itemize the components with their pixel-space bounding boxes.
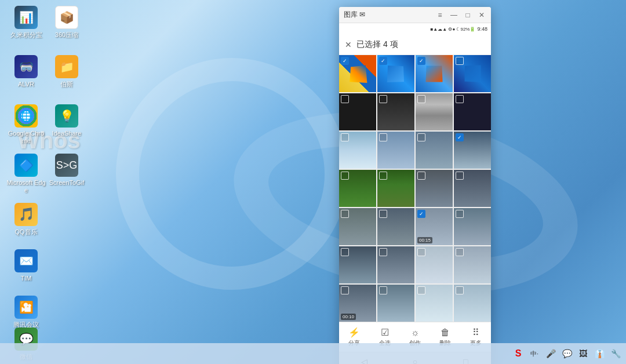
photo-cell[interactable]	[339, 93, 376, 130]
photo-cell[interactable]	[339, 246, 376, 283]
photo-checkbox[interactable]	[379, 133, 387, 141]
share-icon: ⚡	[348, 327, 360, 338]
photo-cell[interactable]	[454, 208, 491, 245]
photo-cell[interactable]	[416, 170, 453, 207]
photo-cell[interactable]	[377, 132, 414, 169]
photo-cell[interactable]	[377, 285, 414, 322]
window-titlebar: 图库 ✉ ≡ — □ ✕	[339, 7, 491, 23]
photo-checkbox[interactable]	[341, 95, 349, 103]
status-icons: ■▲☁▲ ⚙● ☾92%🔋	[431, 27, 476, 32]
photo-cell[interactable]	[454, 285, 491, 322]
photo-checkbox[interactable]	[341, 210, 349, 218]
photo-checkbox[interactable]	[456, 210, 464, 218]
taskbar-icon-cn[interactable]: 中·	[529, 348, 540, 359]
photo-checkbox[interactable]	[379, 248, 387, 256]
photo-checkbox[interactable]	[417, 95, 425, 103]
photo-cell[interactable]	[377, 246, 414, 283]
taskbar-icon-settings[interactable]: 🔧	[610, 348, 621, 359]
photo-cell[interactable]	[454, 246, 491, 283]
photo-checkbox[interactable]	[379, 95, 387, 103]
status-time: 9:48	[477, 26, 487, 32]
taskbar-icon-chat[interactable]: 💬	[561, 348, 573, 359]
photo-cell[interactable]	[454, 132, 491, 169]
photo-checkbox[interactable]	[417, 248, 425, 256]
photo-checkbox[interactable]	[341, 133, 349, 141]
photo-cell[interactable]	[339, 170, 376, 207]
desktop-icon-chrome[interactable]: 🌐 Google Chrome	[6, 104, 46, 145]
photo-cell[interactable]	[416, 246, 453, 283]
photo-cell[interactable]	[339, 208, 376, 245]
photo-checkbox[interactable]	[379, 172, 387, 180]
photo-cell[interactable]	[416, 285, 453, 322]
photo-checkbox[interactable]	[456, 248, 464, 256]
selected-count-text: 已选择 4 项	[356, 39, 398, 50]
taskbar-system-icons: S 中· 🎤 💬 🖼 👔 🔧	[512, 348, 621, 359]
photo-checkbox[interactable]	[456, 57, 464, 65]
photo-checkbox[interactable]	[417, 133, 425, 141]
close-button[interactable]: ✕	[477, 11, 486, 19]
deselect-button[interactable]: ✕	[345, 40, 352, 49]
taskbar-icon-shirt[interactable]: 👔	[594, 348, 605, 359]
video-duration: 00:15	[417, 237, 432, 243]
photo-cell[interactable]	[416, 132, 453, 169]
photo-checkbox[interactable]	[341, 248, 349, 256]
taskbar-icon-img[interactable]: 🖼	[577, 348, 589, 359]
photo-checkbox[interactable]	[341, 57, 349, 65]
photo-checkbox[interactable]	[456, 172, 464, 180]
photo-checkbox[interactable]	[417, 286, 425, 294]
desktop-icon-jmjfb[interactable]: 📊 久米积分宝	[6, 6, 46, 39]
photo-checkbox[interactable]	[456, 286, 464, 294]
phone-window: 图库 ✉ ≡ — □ ✕ ■▲☁▲ ⚙● ☾92%🔋 9:48 ✕ 已选择 4 …	[339, 7, 491, 364]
more-icon: ⠿	[472, 327, 479, 338]
photo-cell[interactable]	[377, 55, 414, 92]
taskbar-icon-s[interactable]: S	[512, 348, 524, 359]
desktop-icon-screentogif[interactable]: S>G ScreenToGif	[46, 154, 87, 187]
desktop-icon-tim[interactable]: ✉️ TIM	[6, 249, 46, 282]
photo-grid: 00:15 00:10	[339, 55, 491, 322]
photo-checkbox[interactable]	[341, 286, 349, 294]
desktop-icon-ideashare[interactable]: 💡 IdeaShare	[46, 104, 87, 137]
photo-cell[interactable]	[416, 93, 453, 130]
photo-checkbox[interactable]	[417, 57, 425, 65]
photo-cell[interactable]	[377, 170, 414, 207]
create-icon: ☼	[411, 327, 420, 338]
photo-cell[interactable]	[377, 93, 414, 130]
photo-cell[interactable]	[377, 208, 414, 245]
menu-button[interactable]: ≡	[435, 11, 445, 19]
window-title: 图库 ✉	[344, 10, 435, 20]
photo-checkbox[interactable]	[379, 286, 387, 294]
desktop-icon-qqmusic[interactable]: 🎵 QQ音乐	[6, 203, 46, 236]
photo-checkbox[interactable]	[341, 172, 349, 180]
photo-checkbox[interactable]	[417, 210, 425, 218]
desktop-icon-tencent-meeting[interactable]: 🎦 腾讯会议	[6, 296, 46, 329]
photo-cell[interactable]: 00:10	[339, 285, 376, 322]
minimize-button[interactable]: —	[449, 11, 458, 19]
desktop-icon-edge[interactable]: 🔷 Microsoft Edge	[6, 154, 46, 194]
taskbar: S 中· 🎤 💬 🖼 👔 🔧	[0, 343, 626, 364]
photo-cell[interactable]	[454, 170, 491, 207]
photo-header: ✕ 已选择 4 项	[339, 35, 491, 55]
desktop-icon-bs[interactable]: 📁 伯斯	[46, 55, 87, 88]
photo-cell[interactable]	[454, 55, 491, 92]
photo-checkbox[interactable]	[417, 172, 425, 180]
photo-checkbox[interactable]	[379, 210, 387, 218]
taskbar-icon-mic[interactable]: 🎤	[545, 348, 556, 359]
photo-cell[interactable]	[339, 132, 376, 169]
desktop-icon-360[interactable]: 📦 360压缩	[46, 6, 87, 39]
photo-cell[interactable]	[416, 55, 453, 92]
phone-statusbar: ■▲☁▲ ⚙● ☾92%🔋 9:48	[339, 23, 491, 35]
photo-checkbox[interactable]	[456, 95, 464, 103]
selectall-icon: ☑	[381, 327, 389, 338]
photo-checkbox[interactable]	[456, 133, 464, 141]
maximize-button[interactable]: □	[463, 11, 472, 19]
delete-icon: 🗑	[441, 327, 450, 338]
photo-cell[interactable]	[339, 55, 376, 92]
desktop-icon-alvr[interactable]: 🥽 ALVR	[6, 55, 46, 88]
photo-checkbox[interactable]	[379, 57, 387, 65]
photo-cell[interactable]: 00:15	[416, 208, 453, 245]
photo-cell[interactable]	[454, 93, 491, 130]
video-duration: 00:10	[341, 314, 356, 320]
window-controls: ≡ — □ ✕	[435, 11, 486, 19]
